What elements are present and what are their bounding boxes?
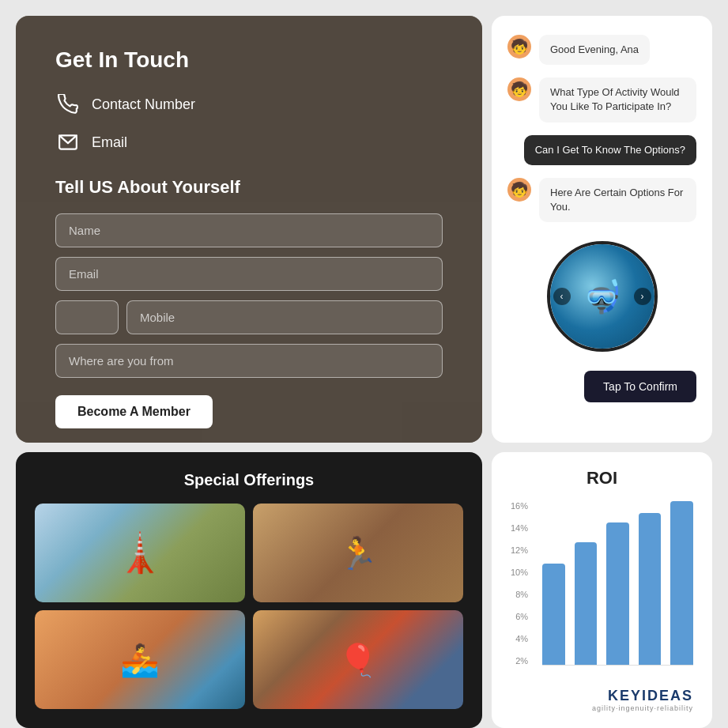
running-card [253,504,463,602]
y-label-10: 10% [511,568,528,577]
greeting-bubble: Good Evening, Ana [539,35,650,65]
y-label-8: 8% [515,590,528,599]
chat-question-row: 🧒 What Type Of Activity Would You Like T… [507,77,696,122]
carousel-left-arrow[interactable]: ‹ [553,288,571,305]
roi-panel: ROI 16% 14% 12% 10% 8% 6% 4% 2% KEYIDEAS… [492,452,712,728]
location-input[interactable] [55,344,443,378]
x-axis-line [542,665,693,666]
brand-tagline: agility·ingenuity·reliability [511,704,693,712]
bar-2 [575,542,598,666]
country-code-input[interactable]: +91 [55,300,119,334]
chat-greeting-row: 🧒 Good Evening, Ana [507,35,696,65]
y-label-16: 16% [511,501,528,511]
special-offerings-panel: Special Offerings [16,452,482,728]
brand-footer: KEYIDEAS agility·ingenuity·reliability [511,688,693,712]
balloon-card [253,610,463,709]
panel-title: Get In Touch [55,47,443,73]
email-icon [55,130,81,155]
y-label-6: 6% [515,612,528,621]
y-label-14: 14% [511,523,528,533]
y-label-4: 4% [515,634,528,643]
phone-row: +91 [55,300,443,334]
chart-area: 16% 14% 12% 10% 8% 6% 4% 2% [511,501,693,681]
email-input[interactable] [55,257,443,291]
roi-chart: 16% 14% 12% 10% 8% 6% 4% 2% [511,501,693,681]
bar-1 [542,564,565,666]
options-bubble: Here Are Certain Options For You. [539,178,696,222]
y-label-2: 2% [515,656,528,666]
name-input[interactable] [55,213,443,247]
activity-image-container: 🤿 ‹ › [507,241,696,352]
bot-avatar: 🧒 [507,35,531,58]
brand-name: KEYIDEAS [511,688,693,704]
paris-card [35,504,245,602]
contact-number-label: Contact Number [92,96,195,113]
carousel-right-arrow[interactable]: › [634,288,651,305]
get-in-touch-panel: Get In Touch Contact Number Email Tell U… [16,16,482,443]
bar-5 [670,501,693,666]
registration-form: +91 Become A Member [55,213,443,428]
question-bubble: What Type Of Activity Would You Like To … [539,77,696,122]
offerings-grid [35,504,463,709]
bar-4 [639,513,662,666]
offerings-title: Special Offerings [35,471,463,489]
user-reply-bubble: Can I Get To Know The Options? [524,135,696,165]
email-label: Email [92,134,127,151]
chat-panel: 🧒 Good Evening, Ana 🧒 What Type Of Activ… [492,16,712,443]
y-label-12: 12% [511,545,528,555]
activity-image-circle: 🤿 ‹ › [547,241,658,352]
bot-options-row: 🧒 Here Are Certain Options For You. [507,178,696,222]
bot-avatar-3: 🧒 [507,178,531,202]
tap-confirm-button[interactable]: Tap To Confirm [584,371,696,402]
bot-avatar-2: 🧒 [507,77,531,101]
get-in-touch-content: Get In Touch Contact Number Email Tell U… [55,47,443,428]
become-member-button[interactable]: Become A Member [55,395,213,428]
y-axis: 16% 14% 12% 10% 8% 6% 4% 2% [511,501,533,666]
kayak-card [35,610,245,709]
bar-3 [606,522,629,666]
email-row: Email [55,130,443,155]
user-reply-row: Can I Get To Know The Options? [507,135,696,165]
tell-us-title: Tell US About Yourself [55,177,443,198]
mobile-input[interactable] [126,300,443,334]
roi-title: ROI [511,468,693,488]
phone-icon [55,92,81,117]
contact-number-row: Contact Number [55,92,443,117]
